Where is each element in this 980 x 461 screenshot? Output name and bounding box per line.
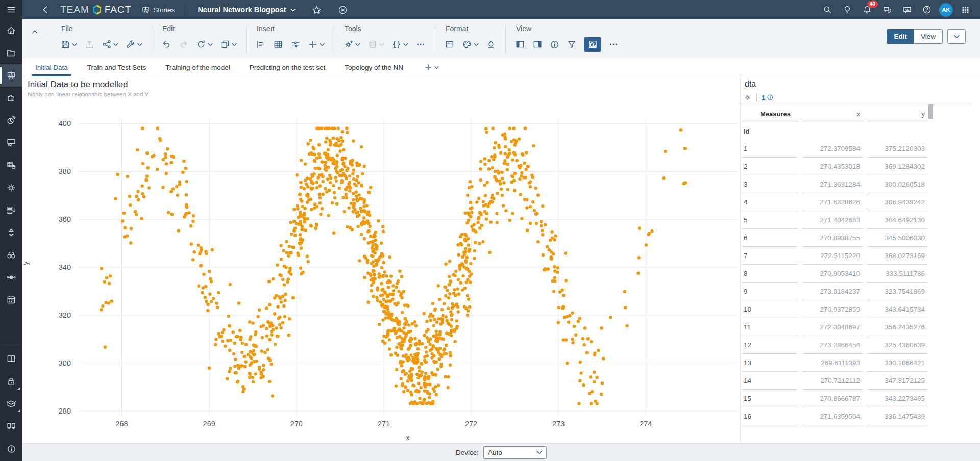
- close-story-button[interactable]: [338, 5, 348, 15]
- theme-palette-icon: [462, 39, 472, 49]
- sidebar-item-digital-boardroom[interactable]: [0, 132, 22, 154]
- view-info-button[interactable]: [550, 40, 559, 49]
- insert-input-control-button[interactable]: [290, 39, 301, 49]
- table-row[interactable]: 5271.4042683304.6492130: [742, 211, 928, 229]
- collapse-toolbar-button[interactable]: [31, 28, 39, 36]
- user-avatar[interactable]: AK: [939, 3, 953, 17]
- help-button[interactable]: [919, 2, 935, 17]
- share-button[interactable]: [102, 39, 118, 49]
- edit-tools-button[interactable]: [126, 39, 142, 49]
- left-panel-toggle[interactable]: [515, 39, 525, 49]
- sidebar-item-modeler[interactable]: [0, 176, 22, 199]
- chevron-down-icon: [536, 450, 542, 454]
- sidebar-item-catalog[interactable]: [0, 348, 22, 370]
- id-dimension-label[interactable]: id: [742, 122, 798, 140]
- insert-chart-button[interactable]: [256, 39, 266, 49]
- duplicate-button[interactable]: [220, 39, 237, 49]
- close-circle-icon: [338, 5, 348, 15]
- table-cell: 2: [742, 158, 798, 175]
- table-row[interactable]: 11272.3048697356.2435276: [742, 318, 928, 336]
- notifications-badge: 40: [867, 1, 878, 8]
- right-panel-toggle[interactable]: [532, 39, 543, 49]
- search-button[interactable]: [820, 2, 835, 17]
- mode-view-button[interactable]: View: [914, 29, 943, 44]
- view-more-button[interactable]: [608, 39, 619, 49]
- redo-button[interactable]: [179, 39, 189, 49]
- tab-train-test-sets[interactable]: Train and Test Sets: [78, 59, 156, 76]
- theme-button[interactable]: [462, 39, 479, 49]
- sidebar-item-applications[interactable]: [0, 87, 22, 109]
- export-button[interactable]: [84, 39, 94, 49]
- filter-button[interactable]: [567, 39, 577, 49]
- table-scrollbar-thumb[interactable]: [928, 104, 933, 119]
- table-row[interactable]: 4271.6328626306.9439242: [742, 193, 928, 211]
- data-action-button[interactable]: [344, 39, 360, 49]
- sidebar-item-home[interactable]: [0, 19, 22, 42]
- scripting-button[interactable]: [391, 39, 408, 49]
- insert-table-button[interactable]: [273, 39, 283, 49]
- mode-edit-button[interactable]: Edit: [887, 29, 914, 44]
- dataset-settings-button[interactable]: [744, 93, 752, 101]
- sidebar-item-analytic-applications[interactable]: [0, 109, 22, 132]
- sidebar-item-calendar[interactable]: [0, 289, 22, 311]
- feedback-button[interactable]: [899, 2, 915, 17]
- sidebar-item-transport[interactable]: [0, 221, 22, 244]
- story-title-menu[interactable]: Neural Network Blogpost: [198, 6, 295, 14]
- sidebar-item-files[interactable]: [0, 42, 22, 64]
- tab-initial-data[interactable]: Initial Data: [26, 59, 78, 76]
- layout-button[interactable]: [445, 39, 455, 49]
- table-cell: 304.6492130: [867, 211, 927, 229]
- sidebar-item-stories[interactable]: [0, 64, 22, 87]
- sidebar-item-about[interactable]: [0, 438, 22, 460]
- data-source-button[interactable]: [368, 39, 384, 49]
- hamburger-menu-button[interactable]: [0, 0, 22, 19]
- column-header-measures[interactable]: Measures: [742, 106, 798, 122]
- app-switcher-button[interactable]: [958, 2, 973, 17]
- device-select[interactable]: Auto: [483, 446, 547, 459]
- tab-predicting-test-set[interactable]: Predicting on the test set: [240, 59, 335, 76]
- discussions-button[interactable]: [879, 2, 895, 17]
- mode-toggle-menu-button[interactable]: [947, 29, 966, 44]
- sidebar-item-security[interactable]: [0, 370, 22, 393]
- sidebar-item-bridge[interactable]: [0, 199, 22, 221]
- clear-format-button[interactable]: [486, 39, 496, 49]
- insights-button[interactable]: [840, 2, 855, 17]
- table-row[interactable]: 3271.3631284300.0260518: [742, 175, 928, 193]
- column-header-x[interactable]: x: [802, 106, 863, 122]
- insert-more-button[interactable]: [308, 39, 325, 49]
- sidebar-item-content-network[interactable]: [0, 393, 22, 415]
- save-button[interactable]: [60, 39, 77, 49]
- chat-bubbles-icon: [883, 5, 892, 15]
- table-row[interactable]: 10270.9372859343.6415734: [742, 300, 928, 318]
- table-row[interactable]: 7272.5115220368.0273169: [742, 247, 928, 265]
- notifications-button[interactable]: 40: [860, 2, 875, 17]
- table-row[interactable]: 16271.6359504336.1475439: [742, 407, 928, 425]
- tab-topology-nn[interactable]: Topology of the NN: [335, 59, 413, 76]
- table-row[interactable]: 2270.4353018369.1284302: [742, 158, 928, 175]
- calendar-icon: [6, 295, 16, 305]
- table-row[interactable]: 13269.6111393330.1066421: [742, 354, 928, 372]
- sidebar-item-predict[interactable]: [0, 244, 22, 266]
- tools-more-button[interactable]: [415, 39, 426, 49]
- model-count-badge[interactable]: 1: [762, 94, 774, 101]
- undo-button[interactable]: [161, 39, 172, 49]
- back-button[interactable]: [41, 5, 50, 14]
- table-row[interactable]: 1272.3709584375.2120303: [742, 140, 928, 158]
- table-row[interactable]: 15270.8666787343.2273465: [742, 390, 928, 407]
- table-row[interactable]: 8270.9053410333.5111786: [742, 265, 928, 283]
- table-row[interactable]: 14270.7212112347.8172125: [742, 372, 928, 390]
- scatter-plot[interactable]: 2803003203403603804002682692702712722732…: [53, 110, 742, 441]
- refresh-button[interactable]: [196, 39, 213, 49]
- sidebar-item-process-automation[interactable]: [0, 266, 22, 289]
- favorite-button[interactable]: [312, 5, 322, 15]
- stories-breadcrumb[interactable]: Stories: [141, 6, 175, 14]
- sidebar-item-connections[interactable]: [0, 415, 22, 438]
- designer-button[interactable]: [584, 37, 601, 52]
- table-row[interactable]: 12273.2866454325.4360639: [742, 336, 928, 354]
- sidebar-item-datasets[interactable]: [0, 154, 22, 176]
- column-header-y[interactable]: y: [867, 106, 927, 122]
- table-row[interactable]: 9273.0184237323.7541869: [742, 283, 928, 300]
- table-row[interactable]: 6270.8938755345.5006030: [742, 229, 928, 247]
- tab-training-model[interactable]: Training of the model: [156, 59, 239, 76]
- add-page-button[interactable]: [424, 59, 439, 76]
